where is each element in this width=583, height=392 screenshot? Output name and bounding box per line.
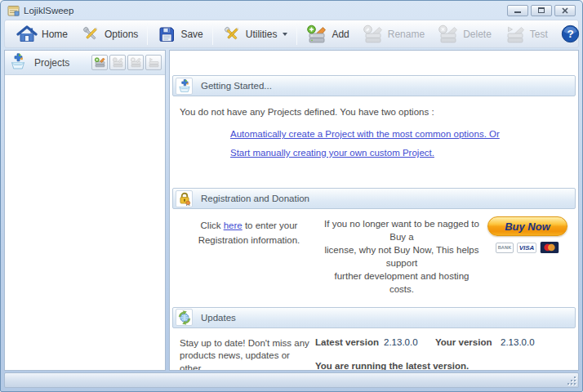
your-version-value: 2.13.0.0	[501, 337, 535, 347]
titlebar[interactable]: LojiklSweep	[4, 1, 579, 20]
mini-delete-drive-icon	[130, 57, 141, 68]
getting-started-title: Getting Started...	[201, 81, 272, 91]
maximize-icon	[538, 7, 545, 13]
chevron-down-icon	[283, 33, 287, 36]
manual-create-project-link[interactable]: Start manually creating your own custom …	[230, 148, 576, 158]
projects-sidebar-header: Projects	[5, 51, 165, 75]
main-panel: Getting Started... You do not have any P…	[169, 50, 579, 371]
options-button[interactable]: Options	[74, 22, 145, 47]
app-icon	[7, 5, 20, 16]
lock-icon	[176, 190, 193, 207]
home-button[interactable]: Home	[10, 22, 74, 47]
bank-payment-icon: BANK	[496, 243, 514, 253]
add-button[interactable]: Add	[300, 22, 355, 47]
getting-started-header: Getting Started...	[172, 75, 576, 96]
close-icon	[562, 7, 568, 14]
maximize-button[interactable]	[531, 5, 552, 16]
registration-title: Registration and Donation	[201, 194, 309, 203]
utilities-icon	[222, 24, 242, 44]
add-drive-icon	[306, 24, 327, 44]
latest-version-label: Latest version	[315, 337, 384, 347]
app-window: LojiklSweep Home	[0, 0, 583, 392]
test-button[interactable]: Test	[498, 22, 554, 47]
window-title: LojiklSweep	[24, 6, 73, 16]
question-mark-icon: ?	[561, 24, 580, 43]
latest-version-value: 2.13.0.0	[384, 337, 435, 347]
resize-grip[interactable]	[567, 376, 576, 385]
options-icon	[81, 24, 100, 44]
auto-create-project-link[interactable]: Automatically create a Project with the …	[230, 129, 576, 139]
home-label: Home	[42, 29, 68, 40]
mini-add-drive-icon	[94, 57, 105, 68]
delete-drive-icon	[438, 24, 459, 44]
rename-drive-icon	[363, 24, 384, 44]
sidebar-delete-project-button[interactable]	[127, 55, 144, 70]
toolbar-separator	[296, 24, 297, 45]
save-icon	[157, 24, 176, 44]
minimize-icon	[514, 11, 521, 13]
sidebar-rename-project-button[interactable]	[109, 55, 126, 70]
close-button[interactable]	[554, 5, 576, 16]
updates-title: Updates	[201, 313, 236, 323]
utilities-label: Utilities	[246, 29, 278, 40]
status-bar	[4, 372, 579, 388]
registration-text-line2: Registration information.	[198, 235, 300, 245]
rename-label: Rename	[388, 29, 425, 40]
visa-icon: VISA	[517, 243, 536, 253]
about-button[interactable]: ? About	[554, 22, 583, 46]
buy-now-nag-text: If you no longer want to be nagged to Bu…	[322, 217, 482, 296]
toolbar-separator	[212, 24, 213, 45]
getting-started-intro: You do not have any Projects defined. Yo…	[180, 107, 576, 117]
updates-info-text: Stay up to date! Don't miss any products…	[180, 337, 310, 371]
projects-sidebar-title: Projects	[34, 57, 69, 69]
toolbar: Home Options	[4, 20, 579, 48]
projects-sidebar: Projects	[4, 50, 166, 371]
your-version-label: Your version	[435, 337, 501, 347]
update-status-text: You are running the latest version.	[315, 361, 573, 371]
sidebar-test-project-button[interactable]	[145, 55, 162, 70]
mastercard-icon	[540, 242, 559, 253]
projects-list	[5, 75, 165, 370]
delete-button[interactable]: Delete	[431, 22, 498, 47]
delete-label: Delete	[463, 29, 492, 40]
save-button[interactable]: Save	[150, 22, 209, 47]
updates-header: Updates	[172, 307, 576, 328]
toolbar-separator	[147, 24, 148, 45]
registration-text-prefix: Click	[201, 220, 224, 230]
updates-globe-icon	[176, 309, 193, 326]
registration-here-link[interactable]: here	[224, 220, 243, 230]
svg-text:?: ?	[567, 28, 573, 40]
options-label: Options	[105, 29, 138, 40]
mini-rename-drive-icon	[112, 57, 123, 68]
mini-test-drive-icon	[148, 57, 159, 68]
test-label: Test	[530, 29, 548, 40]
registration-text-suffix: to enter your	[243, 220, 298, 230]
save-label: Save	[180, 29, 202, 40]
minimize-button[interactable]	[507, 5, 528, 16]
rename-button[interactable]: Rename	[356, 22, 431, 47]
utilities-button[interactable]: Utilities	[216, 22, 295, 47]
sidebar-add-project-button[interactable]	[91, 55, 108, 70]
home-icon	[16, 24, 38, 44]
add-label: Add	[332, 29, 349, 40]
test-drive-icon	[505, 24, 526, 44]
getting-started-icon	[176, 78, 193, 95]
registration-info-text: Click here to enter your Registration in…	[176, 219, 322, 248]
registration-header: Registration and Donation	[172, 188, 576, 209]
buy-now-button[interactable]: Buy Now	[487, 216, 567, 236]
projects-icon	[9, 52, 27, 74]
